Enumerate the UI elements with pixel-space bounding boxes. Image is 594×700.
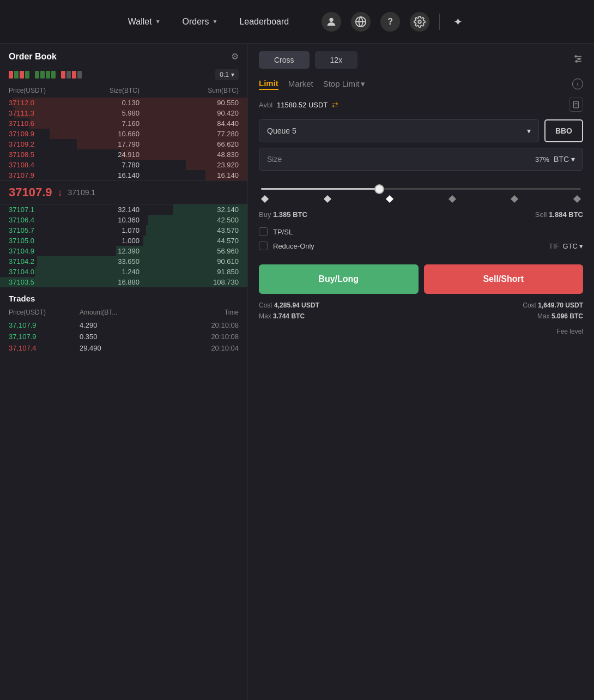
size-percentage: 37% <box>535 155 549 164</box>
slider-diamond-25[interactable] <box>324 195 331 203</box>
slider-container[interactable] <box>259 178 583 210</box>
buy-sum: 90.610 <box>140 257 239 265</box>
buy-rows: 37107.1 32.140 32.140 37106.4 10.360 42.… <box>0 204 247 287</box>
col-price-header: Price(USDT) <box>9 87 74 94</box>
sell-size: 24.910 <box>74 150 140 159</box>
ob-view-both-button[interactable] <box>9 71 29 79</box>
sell-short-button[interactable]: Sell/Short <box>424 264 584 294</box>
size-currency-selector[interactable]: BTC ▾ <box>554 155 575 164</box>
buy-row[interactable]: 37107.1 32.140 32.140 <box>0 204 247 215</box>
size-right: 37% BTC ▾ <box>535 155 575 164</box>
nav-divider <box>439 14 440 30</box>
size-currency-chevron-icon: ▾ <box>571 155 575 164</box>
sell-price: 37111.3 <box>9 109 74 117</box>
slider-diamond-75[interactable] <box>511 195 518 203</box>
reduce-only-checkbox[interactable] <box>259 242 268 250</box>
sell-row[interactable]: 37108.4 7.780 23.920 <box>0 160 247 170</box>
trade-row[interactable]: 37,107.4 29.490 20:10:04 <box>0 342 247 354</box>
leaderboard-nav[interactable]: Leaderboard <box>239 17 289 27</box>
slider-handle[interactable] <box>374 184 384 194</box>
tab-stop-limit[interactable]: Stop Limit ▾ <box>323 78 366 90</box>
buy-size: 12.390 <box>74 247 140 255</box>
calculator-icon[interactable] <box>569 98 583 112</box>
buy-sum: 32.140 <box>140 206 239 214</box>
slider-diamond-37[interactable] <box>386 195 393 203</box>
slider-track[interactable] <box>261 188 581 190</box>
avbl-row: Avbl 11580.52 USDT ⇄ <box>259 98 583 112</box>
trade-amount: 29.490 <box>80 344 211 352</box>
col-size-header: Size(BTC) <box>74 87 140 94</box>
sell-row[interactable]: 37110.6 7.160 84.440 <box>0 118 247 129</box>
trade-row[interactable]: 37,107.9 0.350 20:10:08 <box>0 331 247 342</box>
ob-view-green-button[interactable] <box>35 71 56 79</box>
tif-label: TIF <box>549 242 560 250</box>
buy-cost-item: Cost 4,285.94 USDT <box>259 301 319 309</box>
trades-title: Trades <box>0 294 247 307</box>
user-avatar-icon[interactable] <box>322 12 341 32</box>
cross-button[interactable]: Cross <box>259 51 310 69</box>
sell-price: 37108.5 <box>9 150 74 159</box>
sell-amount: Sell 1.884 BTC <box>535 210 583 219</box>
sell-row[interactable]: 37112.0 0.130 90.550 <box>0 98 247 108</box>
trades-section: Trades Price(USDT) Amount(BT... Time 37,… <box>0 287 247 700</box>
settings-icon[interactable] <box>410 12 429 32</box>
buy-row[interactable]: 37105.0 1.000 44.570 <box>0 236 247 246</box>
sell-cost-item: Cost 1,649.70 USDT <box>523 301 583 309</box>
slider-diamond-0[interactable] <box>261 195 269 203</box>
globe-icon[interactable] <box>351 12 371 32</box>
tif-selector[interactable]: GTC ▾ <box>563 242 583 250</box>
svg-point-2 <box>418 20 421 23</box>
order-book-filter-icon[interactable]: ⚙ <box>231 51 239 62</box>
leverage-settings-icon[interactable] <box>573 54 583 66</box>
reduce-only-label: Reduce-Only <box>273 242 314 250</box>
wallet-nav[interactable]: Wallet ▼ <box>128 17 161 27</box>
buy-size: 1.070 <box>74 226 140 234</box>
sell-row[interactable]: 37109.2 17.790 66.620 <box>0 139 247 149</box>
buy-row[interactable]: 37104.0 1.240 91.850 <box>0 267 247 277</box>
sell-row[interactable]: 37111.3 5.980 90.420 <box>0 108 247 118</box>
leverage-button[interactable]: 12x <box>315 51 358 69</box>
buy-row[interactable]: 37103.5 16.880 108.730 <box>0 277 247 287</box>
buy-price: 37103.5 <box>9 278 74 286</box>
trade-time: 20:10:08 <box>211 321 239 329</box>
buy-size: 16.880 <box>74 278 140 286</box>
tpsl-checkbox[interactable] <box>259 227 268 236</box>
help-icon[interactable]: ? <box>380 12 400 32</box>
sell-row[interactable]: 37107.9 16.140 16.140 <box>0 170 247 180</box>
ob-view-red-button[interactable] <box>61 71 82 79</box>
theme-toggle-icon[interactable]: ✦ <box>450 14 466 30</box>
trade-amount: 0.350 <box>80 333 211 341</box>
wallet-label: Wallet <box>128 17 152 27</box>
order-book-title: Order Book <box>9 52 57 62</box>
buy-price: 37104.2 <box>9 257 74 265</box>
left-panel: Order Book ⚙ 0.1 ▾ <box>0 44 248 700</box>
precision-chevron-icon: ▾ <box>231 71 234 79</box>
trade-row[interactable]: 37,107.9 4.290 20:10:08 <box>0 319 247 331</box>
order-type-info-icon[interactable]: i <box>572 79 583 89</box>
sell-row[interactable]: 37108.5 24.910 48.830 <box>0 149 247 160</box>
tab-limit[interactable]: Limit <box>259 77 278 90</box>
action-buttons: Buy/Long Sell/Short <box>259 264 583 294</box>
buy-row[interactable]: 37104.2 33.650 90.610 <box>0 256 247 267</box>
size-row: Size 37% BTC ▾ <box>259 148 583 171</box>
trade-time: 20:10:08 <box>211 333 239 341</box>
slider-diamond-50[interactable] <box>448 195 456 203</box>
tpsl-label: TP/SL <box>273 228 293 236</box>
current-price: 37107.9 <box>9 185 52 200</box>
transfer-icon[interactable]: ⇄ <box>332 100 338 109</box>
buy-row[interactable]: 37106.4 10.360 42.500 <box>0 215 247 225</box>
trade-price: 37,107.9 <box>9 333 80 341</box>
fee-level[interactable]: Fee level <box>259 328 583 335</box>
buy-price: 37105.7 <box>9 226 74 234</box>
queue-dropdown[interactable]: Queue 5 ▾ <box>259 119 539 142</box>
orders-nav[interactable]: Orders ▼ <box>183 17 218 27</box>
sell-price: 37109.9 <box>9 130 74 138</box>
bbo-button[interactable]: BBO <box>544 119 583 142</box>
slider-diamond-100[interactable] <box>573 195 581 203</box>
ob-precision-selector[interactable]: 0.1 ▾ <box>215 69 239 80</box>
buy-row[interactable]: 37105.7 1.070 43.570 <box>0 225 247 236</box>
tab-market[interactable]: Market <box>288 78 313 89</box>
buy-long-button[interactable]: Buy/Long <box>259 264 419 294</box>
buy-row[interactable]: 37104.9 12.390 56.960 <box>0 246 247 256</box>
sell-row[interactable]: 37109.9 10.660 77.280 <box>0 129 247 139</box>
